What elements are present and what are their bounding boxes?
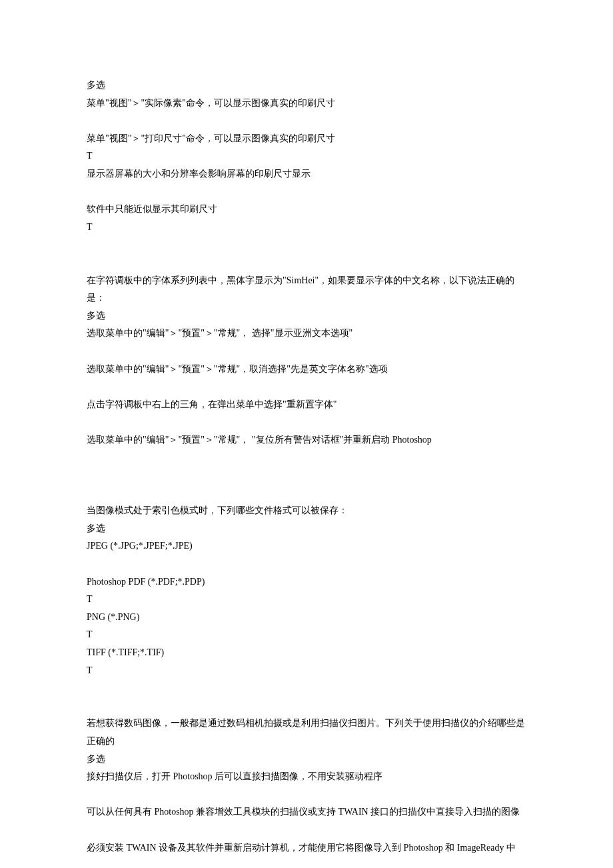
blank-line — [87, 236, 526, 254]
text-line: 接好扫描仪后，打开 Photoshop 后可以直接扫描图像，不用安装驱动程序 — [87, 768, 526, 786]
text-line: TIFF (*.TIFF;*.TIF) — [87, 644, 526, 662]
text-line: 多选 — [87, 77, 526, 95]
text-line: 选取菜单中的"编辑"＞"预置"＞"常规"， 选择"显示亚洲文本选项" — [87, 325, 526, 343]
text-line: 菜单"视图"＞"实际像素"命令，可以显示图像真实的印刷尺寸 — [87, 95, 526, 113]
text-line: PNG (*.PNG) — [87, 609, 526, 627]
blank-line — [87, 378, 526, 396]
text-line: T — [87, 147, 526, 165]
blank-line — [87, 449, 526, 467]
text-line: Photoshop PDF (*.PDF;*.PDP) — [87, 573, 526, 591]
blank-line — [87, 786, 526, 804]
blank-line — [87, 112, 526, 130]
text-line: 点击字符调板中右上的三角，在弹出菜单中选择"重新置字体" — [87, 396, 526, 414]
blank-line — [87, 183, 526, 201]
text-line: T — [87, 626, 526, 644]
text-line: 选取菜单中的"编辑"＞"预置"＞"常规"，取消选择"先是英文字体名称"选项 — [87, 361, 526, 379]
text-line: 当图像模式处于索引色模式时，下列哪些文件格式可以被保存： — [87, 502, 526, 520]
text-line: T — [87, 662, 526, 680]
blank-line — [87, 697, 526, 715]
text-line: 菜单"视图"＞"打印尺寸"命令，可以显示图像真实的印刷尺寸 — [87, 130, 526, 148]
text-line: JPEG (*.JPG;*.JPEF;*.JPE) — [87, 537, 526, 555]
blank-line — [87, 467, 526, 485]
text-line: 在字符调板中的字体系列列表中，黑体字显示为"SimHei"，如果要显示字体的中文… — [87, 272, 526, 307]
blank-line — [87, 821, 526, 839]
text-line: 可以从任何具有 Photoshop 兼容增效工具模块的扫描仪或支持 TWAIN … — [87, 803, 526, 821]
text-line: T — [87, 591, 526, 609]
blank-line — [87, 485, 526, 503]
text-line: 必须安装 TWAIN 设备及其软件并重新启动计算机，才能使用它将图像导入到 Ph… — [87, 839, 526, 857]
blank-line — [87, 343, 526, 361]
blank-line — [87, 555, 526, 573]
blank-line — [87, 413, 526, 431]
blank-line — [87, 679, 526, 697]
text-line: 若想获得数码图像，一般都是通过数码相机拍摄或是利用扫描仪扫图片。下列关于使用扫描… — [87, 715, 526, 750]
text-line: 多选 — [87, 307, 526, 325]
text-line: 显示器屏幕的大小和分辨率会影响屏幕的印刷尺寸显示 — [87, 165, 526, 183]
text-line: 多选 — [87, 520, 526, 538]
document-page: 多选菜单"视图"＞"实际像素"命令，可以显示图像真实的印刷尺寸菜单"视图"＞"打… — [0, 0, 613, 868]
blank-line — [87, 254, 526, 272]
text-line: 软件中只能近似显示其印刷尺寸 — [87, 201, 526, 219]
text-line: T — [87, 219, 526, 237]
text-line: 多选 — [87, 751, 526, 769]
text-line: 选取菜单中的"编辑"＞"预置"＞"常规"， "复位所有警告对话框"并重新启动 P… — [87, 431, 526, 449]
